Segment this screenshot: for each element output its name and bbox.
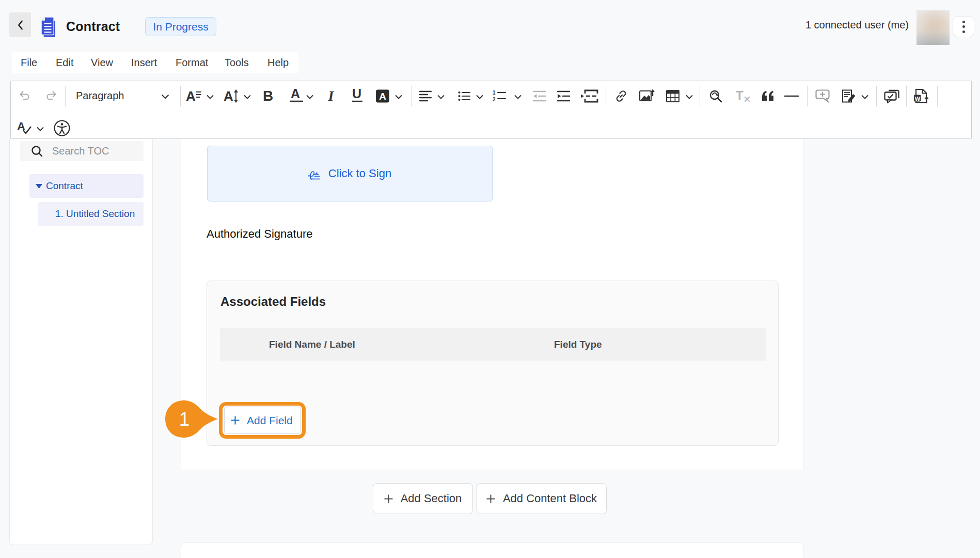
svg-text:T: T [736,89,744,102]
svg-text:1: 1 [493,90,496,96]
svg-text:U: U [352,87,361,101]
svg-text:2: 2 [493,97,496,102]
svg-text:A: A [186,89,196,103]
svg-text:W: W [915,96,921,102]
svg-text:1: 1 [179,409,190,430]
svg-text:A: A [291,87,300,101]
svg-text:A: A [224,89,233,103]
